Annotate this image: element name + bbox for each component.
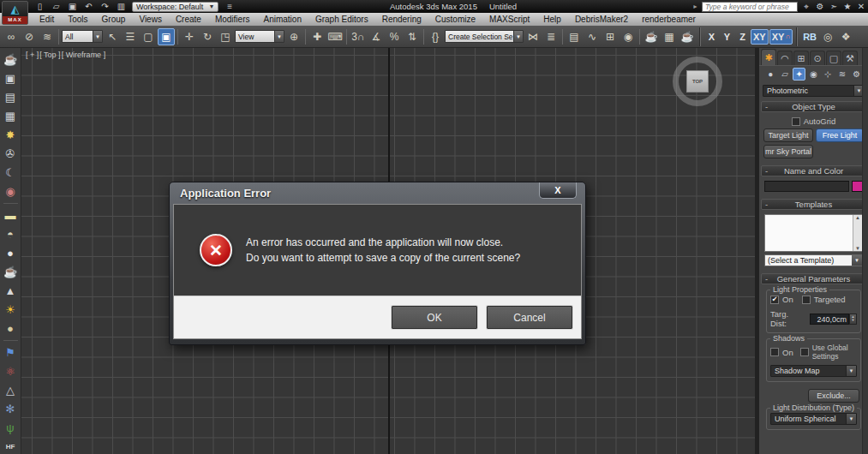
spinner-snap-icon[interactable]: ⇅ [404,28,421,45]
angle-snap-icon[interactable]: ∡ [368,28,385,45]
menu-views[interactable]: Views [132,13,169,26]
light-on-checkbox[interactable]: ✔ [770,296,779,304]
undo-icon[interactable]: ↶ [83,2,94,11]
tab-motion[interactable]: ⊙ [810,51,825,65]
exchange-icon[interactable]: ✕ [856,2,866,12]
expand-arrow-icon[interactable]: ► [692,3,698,9]
scroll-down-icon[interactable]: ▼ [855,246,860,251]
open-file-icon[interactable]: ▱ [51,2,62,11]
select-and-link-icon[interactable]: ∞ [3,28,20,45]
render-teapot-icon[interactable]: ☕ [2,51,20,69]
axis-xy-button[interactable]: XY [751,29,769,45]
light-type-dropdown[interactable]: Photometric ▼ [763,85,865,97]
help-settings-icon[interactable]: ⚙ [815,2,825,12]
shadow-map-dropdown[interactable]: Shadow Map ▼ [770,365,857,377]
selection-filter-dropdown[interactable]: All▼ [62,30,103,43]
template-select-dropdown[interactable]: (Select a Template) ▼ [764,254,863,266]
viewport-view-label[interactable]: [ Top ] [39,51,60,59]
category-geometry[interactable]: ● [764,68,777,81]
category-lights[interactable]: ✦ [793,68,805,81]
category-spacewarps[interactable]: ≋ [836,68,849,81]
mirror-icon[interactable]: ⋈ [524,28,542,45]
mr-sky-portal-button[interactable]: mr Sky Portal [763,145,813,158]
material-editor-icon[interactable]: ◉ [620,28,637,45]
menu-rendering[interactable]: Rendering [375,13,428,26]
render-production-icon[interactable]: ☕ [679,28,696,45]
layer-list-icon[interactable]: ▦ [2,107,20,125]
rb-plugin-button[interactable]: RB [801,29,818,45]
templates-scrollbar[interactable]: ▲ ▼ [853,215,862,251]
axis-y-button[interactable]: Y [720,29,734,45]
category-systems[interactable]: ⚙ [850,68,863,81]
shadows-on-checkbox[interactable] [770,348,779,356]
disc-primitive-icon[interactable]: ● [2,320,20,338]
autogrid-checkbox[interactable] [792,117,800,126]
viewport-menu-label[interactable]: [ + ] [26,51,39,59]
cone-primitive-icon[interactable]: ▲ [2,282,20,300]
menu-debrismaker2[interactable]: DebrisMaker2 [568,13,635,26]
targ-dist-field[interactable]: 240,0cm [810,314,849,325]
rollout-object-type[interactable]: - Object Type [761,101,866,112]
select-by-name-icon[interactable]: ☰ [122,28,139,45]
menu-modifiers[interactable]: Modifiers [208,13,257,26]
unlink-selection-icon[interactable]: ⊘ [21,28,38,45]
tab-create[interactable]: ✱ [761,49,776,65]
application-menu-button[interactable]: ◭ MAX [2,1,28,25]
selection-set-dropdown[interactable]: Create Selection Se▼ [445,30,524,43]
plane-primitive-icon[interactable]: ▬ [2,206,20,224]
dialog-close-button[interactable]: X [539,182,577,199]
select-and-scale-icon[interactable]: ◳ [217,28,234,45]
object-name-input[interactable] [764,181,849,192]
axis-xy-snap-button[interactable]: XY∩ [769,29,793,45]
category-helpers[interactable]: ⊹ [822,68,835,81]
view-cube[interactable]: TOP [673,57,722,106]
paste-icon[interactable]: ▥ [116,2,127,11]
camera-rig-icon[interactable]: △ [2,381,20,399]
menu-create[interactable]: Create [169,13,208,26]
search-icon[interactable]: ⌖ [801,2,811,12]
percent-snap-icon[interactable]: % [386,28,403,45]
redo-icon[interactable]: ↷ [99,2,111,11]
light-lister-icon[interactable]: ▤ [2,88,20,106]
search-input[interactable] [702,2,798,12]
hair-fur-icon[interactable]: HF [2,438,20,454]
ok-button[interactable]: OK [392,306,477,329]
target-light-button[interactable]: Target Light [763,128,813,142]
tab-hierarchy[interactable]: ⊞ [793,51,809,65]
rollout-general-parameters[interactable]: - General Parameters [761,273,866,284]
free-light-button[interactable]: Free Light [816,128,864,142]
eye-tool-icon[interactable]: ◎ [819,28,836,45]
moon-icon[interactable]: ☾ [2,164,20,182]
grass-icon[interactable]: ψ [2,419,20,437]
edge-tool-icon[interactable]: ❖ [837,28,854,45]
menu-renderbeamer[interactable]: renderbeamer [635,13,703,26]
light-bulb-icon[interactable]: ✸ [2,126,20,144]
menu-tools[interactable]: Tools [61,13,94,26]
window-crossing-icon[interactable]: ▣ [158,28,175,45]
molecule-icon[interactable]: ⚛ [2,362,20,380]
templates-listbox[interactable]: ▲ ▼ [764,214,863,252]
scroll-up-icon[interactable]: ▲ [855,215,860,220]
align-icon[interactable]: ≣ [542,28,560,45]
use-global-settings-checkbox[interactable] [800,348,809,356]
rendered-frame-window-icon[interactable]: ▣ [2,69,20,87]
bind-to-spacewarp-icon[interactable]: ≋ [39,28,56,45]
tab-utilities[interactable]: ⚒ [842,51,858,65]
select-object-icon[interactable]: ↖ [104,28,121,45]
film-camera-icon[interactable]: ◉ [2,182,20,200]
viewcube-top-face[interactable]: TOP [686,70,709,93]
cancel-button[interactable]: Cancel [487,306,572,329]
rollout-templates[interactable]: - Templates [761,199,866,210]
axis-z-button[interactable]: Z [735,29,750,45]
rock-icon[interactable]: ✻ [2,400,20,418]
menu-group[interactable]: Group [95,13,133,26]
flag-icon[interactable]: ⚑ [2,343,20,361]
menu-edit[interactable]: Edit [33,13,61,26]
reference-coordinate-dropdown[interactable]: View▼ [235,30,284,43]
menu-help[interactable]: Help [536,13,568,26]
menu-animation[interactable]: Animation [256,13,308,26]
tab-display[interactable]: ▢ [826,51,841,65]
favorites-icon[interactable]: ★ [842,2,853,12]
rendered-frame-icon[interactable]: ▦ [661,28,678,45]
exclude-button[interactable]: Exclude... [808,389,859,403]
